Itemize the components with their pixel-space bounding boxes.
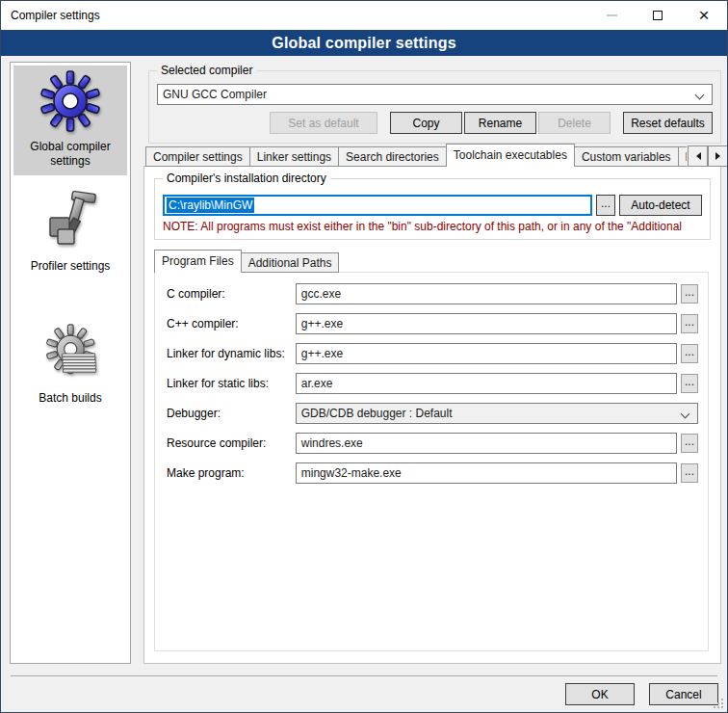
sidebar-item-batch-builds[interactable]: Batch builds xyxy=(13,317,127,412)
resource-compiler-browse-button[interactable]: ... xyxy=(681,434,698,453)
resize-grip[interactable] xyxy=(714,699,723,708)
minimize-icon xyxy=(607,14,617,16)
tab-linker-settings[interactable]: Linker settings xyxy=(249,146,339,167)
field-row-resource-compiler: Resource compiler: windres.exe ... xyxy=(167,433,698,454)
tab-compiler-settings[interactable]: Compiler settings xyxy=(145,146,250,167)
tab-custom-variables[interactable]: Custom variables xyxy=(574,146,679,167)
cpp-compiler-input[interactable]: g++.exe xyxy=(296,313,677,334)
tab-scroll-right-button[interactable] xyxy=(708,145,728,167)
selected-compiler-value: GNU GCC Compiler xyxy=(163,88,267,101)
titlebar: Compiler settings × xyxy=(1,1,727,30)
selected-compiler-group-label: Selected compiler xyxy=(157,64,256,77)
compiler-settings-dialog: Compiler settings × Global compiler sett… xyxy=(0,0,728,713)
note-text: NOTE: All programs must exist either in … xyxy=(163,220,708,233)
linker-dynamic-label: Linker for dynamic libs: xyxy=(167,347,296,360)
set-as-default-button[interactable]: Set as default xyxy=(270,112,377,134)
installation-directory-input[interactable]: C:\raylib\MinGW xyxy=(163,195,592,216)
compiler-buttons-row: Set as default Copy Rename Delete Reset … xyxy=(157,112,713,134)
subtab-program-files[interactable]: Program Files xyxy=(154,250,242,273)
ok-button[interactable]: OK xyxy=(565,683,635,705)
c-compiler-input[interactable]: gcc.exe xyxy=(296,283,677,304)
blue-gear-icon xyxy=(39,70,101,132)
selected-compiler-group: Selected compiler GNU GCC Compiler Set a… xyxy=(148,70,721,144)
field-row-make-program: Make program: mingw32-make.exe ... xyxy=(167,462,698,484)
resource-compiler-label: Resource compiler: xyxy=(167,436,296,450)
tab-search-directories[interactable]: Search directories xyxy=(338,146,447,167)
cpp-compiler-browse-button[interactable]: ... xyxy=(681,314,698,333)
debugger-label: Debugger: xyxy=(167,407,296,420)
main-tabstrip: Compiler settings Linker settings Search… xyxy=(145,144,687,167)
field-row-c-compiler: C compiler: gcc.exe ... xyxy=(167,283,698,304)
rename-button[interactable]: Rename xyxy=(464,112,536,134)
installation-directory-browse-button[interactable]: ... xyxy=(596,195,615,216)
window-title: Compiler settings xyxy=(1,9,100,22)
sidebar-item-profiler-settings[interactable]: Profiler settings xyxy=(13,185,127,280)
make-program-input[interactable]: mingw32-make.exe xyxy=(296,462,677,484)
auto-detect-button[interactable]: Auto-detect xyxy=(619,195,702,216)
field-row-cpp-compiler: C++ compiler: g++.exe ... xyxy=(167,313,698,334)
tab-scroll-left-button[interactable] xyxy=(688,145,708,167)
installation-directory-row: C:\raylib\MinGW ... Auto-detect xyxy=(163,195,702,216)
dialog-header: Global compiler settings xyxy=(1,30,727,56)
selected-compiler-dropdown[interactable]: GNU GCC Compiler xyxy=(157,84,713,105)
close-button[interactable]: × xyxy=(681,1,727,30)
sidebar-item-label: Batch builds xyxy=(15,391,125,406)
resource-compiler-input[interactable]: windres.exe xyxy=(296,433,677,454)
tab-build-options[interactable]: Build options xyxy=(678,146,687,167)
linker-static-input[interactable]: ar.exe xyxy=(296,373,677,394)
linker-dynamic-input[interactable]: g++.exe xyxy=(296,343,677,364)
chevron-down-icon xyxy=(681,409,690,419)
installation-directory-group: Compiler's installation directory C:\ray… xyxy=(154,178,711,240)
maximize-icon xyxy=(653,11,663,20)
settings-sidebar: Global compiler settings Prof xyxy=(10,62,131,664)
make-program-label: Make program: xyxy=(167,466,296,480)
subtab-additional-paths[interactable]: Additional Paths xyxy=(241,252,340,273)
cpp-compiler-label: C++ compiler: xyxy=(167,317,296,330)
field-row-debugger: Debugger: GDB/CDB debugger : Default xyxy=(167,403,698,424)
minimize-button[interactable] xyxy=(588,1,635,30)
caliper-icon xyxy=(39,190,101,251)
toolchain-executables-page: Compiler's installation directory C:\ray… xyxy=(143,166,721,664)
right-arrow-icon xyxy=(715,152,724,160)
reset-defaults-button[interactable]: Reset defaults xyxy=(623,112,713,134)
gray-gear-stack-icon xyxy=(39,322,101,383)
linker-static-label: Linker for static libs: xyxy=(167,377,296,390)
tab-toolchain-executables[interactable]: Toolchain executables xyxy=(446,144,575,167)
debugger-dropdown[interactable]: GDB/CDB debugger : Default xyxy=(296,403,698,424)
make-program-browse-button[interactable]: ... xyxy=(681,463,698,483)
linker-static-browse-button[interactable]: ... xyxy=(681,374,698,393)
field-row-linker-static: Linker for static libs: ar.exe ... xyxy=(167,373,698,394)
c-compiler-browse-button[interactable]: ... xyxy=(681,284,698,304)
chevron-down-icon xyxy=(695,91,705,100)
sidebar-item-label: Profiler settings xyxy=(15,259,125,274)
page-title: Global compiler settings xyxy=(272,35,456,52)
window-controls: × xyxy=(588,1,727,30)
installation-directory-group-label: Compiler's installation directory xyxy=(163,172,330,185)
sidebar-item-global-compiler-settings[interactable]: Global compiler settings xyxy=(13,66,127,175)
close-icon: × xyxy=(698,6,709,24)
cancel-button[interactable]: Cancel xyxy=(649,683,718,705)
footer-divider xyxy=(11,675,717,676)
delete-button[interactable]: Delete xyxy=(538,112,611,134)
sidebar-item-label: Global compiler settings xyxy=(15,140,125,169)
installation-directory-value: C:\raylib\MinGW xyxy=(167,198,254,213)
c-compiler-label: C compiler: xyxy=(167,287,296,301)
sub-tabstrip: Program Files Additional Paths xyxy=(154,250,339,273)
left-arrow-icon xyxy=(692,152,701,160)
debugger-value: GDB/CDB debugger : Default xyxy=(301,407,453,420)
linker-dynamic-browse-button[interactable]: ... xyxy=(681,344,698,363)
maximize-button[interactable] xyxy=(635,1,681,30)
field-row-linker-dynamic: Linker for dynamic libs: g++.exe ... xyxy=(167,343,698,364)
program-files-page: C compiler: gcc.exe ... C++ compiler: g+… xyxy=(154,272,709,651)
copy-button[interactable]: Copy xyxy=(390,112,462,134)
